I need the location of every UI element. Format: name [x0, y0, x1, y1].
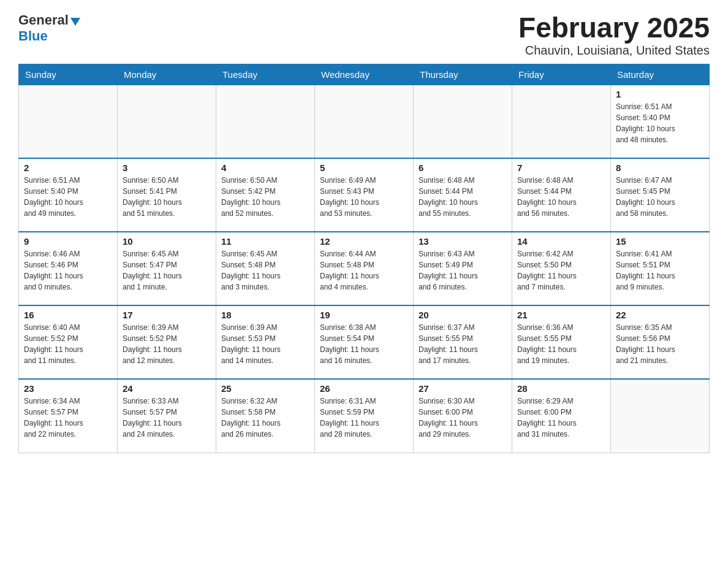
logo-text-dark: General — [18, 12, 69, 28]
day-info: Sunrise: 6:48 AM Sunset: 5:44 PM Dayligh… — [517, 175, 605, 219]
calendar-week-row: 2Sunrise: 6:51 AM Sunset: 5:40 PM Daylig… — [19, 158, 710, 232]
day-info: Sunrise: 6:38 AM Sunset: 5:54 PM Dayligh… — [320, 322, 408, 366]
calendar-day-cell: 15Sunrise: 6:41 AM Sunset: 5:51 PM Dayli… — [611, 232, 710, 305]
day-number: 27 — [419, 383, 507, 394]
calendar-day-cell: 1Sunrise: 6:51 AM Sunset: 5:40 PM Daylig… — [611, 85, 710, 158]
calendar-table: SundayMondayTuesdayWednesdayThursdayFrid… — [18, 64, 710, 453]
day-header-tuesday: Tuesday — [216, 64, 315, 85]
calendar-day-cell: 3Sunrise: 6:50 AM Sunset: 5:41 PM Daylig… — [118, 158, 216, 232]
day-number: 2 — [24, 163, 112, 173]
day-number: 25 — [221, 383, 309, 394]
day-info: Sunrise: 6:31 AM Sunset: 5:59 PM Dayligh… — [320, 396, 408, 440]
day-number: 21 — [517, 310, 605, 320]
calendar-day-cell: 2Sunrise: 6:51 AM Sunset: 5:40 PM Daylig… — [19, 158, 118, 232]
day-info: Sunrise: 6:32 AM Sunset: 5:58 PM Dayligh… — [221, 396, 309, 440]
calendar-day-cell: 20Sunrise: 6:37 AM Sunset: 5:55 PM Dayli… — [414, 305, 512, 379]
day-number: 23 — [24, 383, 112, 394]
day-number: 10 — [123, 236, 211, 247]
day-info: Sunrise: 6:51 AM Sunset: 5:40 PM Dayligh… — [616, 101, 704, 145]
day-info: Sunrise: 6:40 AM Sunset: 5:52 PM Dayligh… — [24, 322, 112, 366]
logo: General Blue — [18, 12, 80, 44]
day-number: 16 — [24, 310, 112, 320]
calendar-day-cell: 26Sunrise: 6:31 AM Sunset: 5:59 PM Dayli… — [315, 379, 414, 453]
day-number: 1 — [616, 89, 704, 99]
day-header-wednesday: Wednesday — [315, 64, 414, 85]
calendar-day-cell: 10Sunrise: 6:45 AM Sunset: 5:47 PM Dayli… — [118, 232, 216, 305]
calendar-title: February 2025 — [518, 12, 710, 44]
calendar-week-row: 16Sunrise: 6:40 AM Sunset: 5:52 PM Dayli… — [19, 305, 710, 379]
calendar-day-cell: 27Sunrise: 6:30 AM Sunset: 6:00 PM Dayli… — [414, 379, 512, 453]
calendar-day-cell — [315, 85, 414, 158]
calendar-day-cell: 8Sunrise: 6:47 AM Sunset: 5:45 PM Daylig… — [611, 158, 710, 232]
day-info: Sunrise: 6:41 AM Sunset: 5:51 PM Dayligh… — [616, 248, 704, 293]
day-header-friday: Friday — [512, 64, 611, 85]
title-block: February 2025 Chauvin, Louisiana, United… — [518, 12, 710, 58]
day-number: 6 — [419, 163, 507, 173]
day-number: 19 — [320, 310, 408, 320]
calendar-week-row: 1Sunrise: 6:51 AM Sunset: 5:40 PM Daylig… — [19, 85, 710, 158]
calendar-day-cell: 28Sunrise: 6:29 AM Sunset: 6:00 PM Dayli… — [512, 379, 611, 453]
calendar-week-row: 23Sunrise: 6:34 AM Sunset: 5:57 PM Dayli… — [19, 379, 710, 453]
calendar-day-cell: 11Sunrise: 6:45 AM Sunset: 5:48 PM Dayli… — [216, 232, 315, 305]
day-number: 9 — [24, 236, 112, 247]
day-info: Sunrise: 6:34 AM Sunset: 5:57 PM Dayligh… — [24, 396, 112, 440]
calendar-day-cell: 9Sunrise: 6:46 AM Sunset: 5:46 PM Daylig… — [19, 232, 118, 305]
day-info: Sunrise: 6:51 AM Sunset: 5:40 PM Dayligh… — [24, 175, 112, 219]
calendar-day-cell — [19, 85, 118, 158]
day-info: Sunrise: 6:39 AM Sunset: 5:53 PM Dayligh… — [221, 322, 309, 366]
day-number: 22 — [616, 310, 704, 320]
day-info: Sunrise: 6:39 AM Sunset: 5:52 PM Dayligh… — [123, 322, 211, 366]
day-info: Sunrise: 6:50 AM Sunset: 5:41 PM Dayligh… — [123, 175, 211, 219]
day-info: Sunrise: 6:33 AM Sunset: 5:57 PM Dayligh… — [123, 396, 211, 440]
day-header-sunday: Sunday — [19, 64, 118, 85]
day-number: 13 — [419, 236, 507, 247]
day-number: 17 — [123, 310, 211, 320]
day-info: Sunrise: 6:43 AM Sunset: 5:49 PM Dayligh… — [419, 248, 507, 293]
day-info: Sunrise: 6:37 AM Sunset: 5:55 PM Dayligh… — [419, 322, 507, 366]
calendar-day-cell: 16Sunrise: 6:40 AM Sunset: 5:52 PM Dayli… — [19, 305, 118, 379]
page-header: General Blue February 2025 Chauvin, Loui… — [18, 12, 710, 58]
day-number: 24 — [123, 383, 211, 394]
day-info: Sunrise: 6:35 AM Sunset: 5:56 PM Dayligh… — [616, 322, 704, 366]
day-number: 7 — [517, 163, 605, 173]
calendar-day-cell: 13Sunrise: 6:43 AM Sunset: 5:49 PM Dayli… — [414, 232, 512, 305]
calendar-day-cell: 19Sunrise: 6:38 AM Sunset: 5:54 PM Dayli… — [315, 305, 414, 379]
day-number: 26 — [320, 383, 408, 394]
day-info: Sunrise: 6:50 AM Sunset: 5:42 PM Dayligh… — [221, 175, 309, 219]
calendar-day-cell: 5Sunrise: 6:49 AM Sunset: 5:43 PM Daylig… — [315, 158, 414, 232]
day-number: 11 — [221, 236, 309, 247]
calendar-day-cell: 12Sunrise: 6:44 AM Sunset: 5:48 PM Dayli… — [315, 232, 414, 305]
day-number: 8 — [616, 163, 704, 173]
day-info: Sunrise: 6:29 AM Sunset: 6:00 PM Dayligh… — [517, 396, 605, 440]
day-number: 12 — [320, 236, 408, 247]
day-header-monday: Monday — [118, 64, 216, 85]
calendar-day-cell — [414, 85, 512, 158]
day-info: Sunrise: 6:49 AM Sunset: 5:43 PM Dayligh… — [320, 175, 408, 219]
calendar-day-cell: 24Sunrise: 6:33 AM Sunset: 5:57 PM Dayli… — [118, 379, 216, 453]
day-number: 15 — [616, 236, 704, 247]
calendar-day-cell: 6Sunrise: 6:48 AM Sunset: 5:44 PM Daylig… — [414, 158, 512, 232]
day-number: 4 — [221, 163, 309, 173]
day-info: Sunrise: 6:30 AM Sunset: 6:00 PM Dayligh… — [419, 396, 507, 440]
day-info: Sunrise: 6:47 AM Sunset: 5:45 PM Dayligh… — [616, 175, 704, 219]
calendar-day-cell: 22Sunrise: 6:35 AM Sunset: 5:56 PM Dayli… — [611, 305, 710, 379]
day-info: Sunrise: 6:46 AM Sunset: 5:46 PM Dayligh… — [24, 248, 112, 293]
calendar-day-cell: 23Sunrise: 6:34 AM Sunset: 5:57 PM Dayli… — [19, 379, 118, 453]
calendar-day-cell: 18Sunrise: 6:39 AM Sunset: 5:53 PM Dayli… — [216, 305, 315, 379]
calendar-day-cell: 17Sunrise: 6:39 AM Sunset: 5:52 PM Dayli… — [118, 305, 216, 379]
calendar-day-cell: 21Sunrise: 6:36 AM Sunset: 5:55 PM Dayli… — [512, 305, 611, 379]
day-number: 28 — [517, 383, 605, 394]
calendar-day-cell — [611, 379, 710, 453]
day-header-thursday: Thursday — [414, 64, 512, 85]
day-info: Sunrise: 6:45 AM Sunset: 5:47 PM Dayligh… — [123, 248, 211, 293]
logo-text-blue: Blue — [18, 28, 48, 44]
calendar-day-cell: 14Sunrise: 6:42 AM Sunset: 5:50 PM Dayli… — [512, 232, 611, 305]
day-number: 5 — [320, 163, 408, 173]
calendar-subtitle: Chauvin, Louisiana, United States — [518, 44, 710, 58]
day-info: Sunrise: 6:42 AM Sunset: 5:50 PM Dayligh… — [517, 248, 605, 293]
day-info: Sunrise: 6:45 AM Sunset: 5:48 PM Dayligh… — [221, 248, 309, 293]
day-number: 18 — [221, 310, 309, 320]
calendar-day-cell: 4Sunrise: 6:50 AM Sunset: 5:42 PM Daylig… — [216, 158, 315, 232]
calendar-day-cell — [512, 85, 611, 158]
day-number: 20 — [419, 310, 507, 320]
